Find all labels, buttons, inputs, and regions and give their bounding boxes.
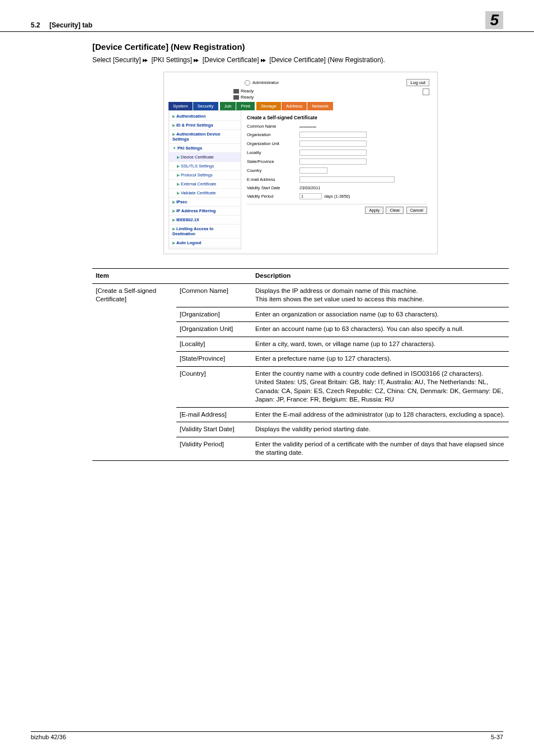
tab-job[interactable]: Job [220, 102, 236, 110]
sidebar-item-id-print[interactable]: ▶ID & Print Settings [169, 121, 241, 130]
apply-button[interactable]: Apply [365, 207, 383, 214]
sidebar-item-ipsec[interactable]: ▶IPsec [169, 198, 241, 207]
form-title: Create a Self-signed Certificate [247, 115, 427, 120]
sidebar-item-validate-cert[interactable]: ▶Validate Certificate [169, 189, 241, 198]
cell-description: Enter a prefecture name (up to 127 chara… [252, 352, 509, 367]
sidebar-item-ip-filter[interactable]: ▶IP Address Filtering [169, 207, 241, 216]
clear-button[interactable]: Clear [386, 207, 404, 214]
arrow-icon [143, 59, 149, 62]
input-email[interactable] [299, 176, 395, 183]
cell-description: Displays the validity period starting da… [252, 422, 509, 437]
sidebar-item-device-cert[interactable]: ▶Device Certificate [169, 153, 241, 162]
cell-description: Enter the country name with a country co… [252, 366, 509, 407]
label-email: E-mail Address [247, 177, 297, 182]
sidebar-item-pki[interactable]: ▼PKI Settings [169, 144, 241, 153]
sidebar-item-ext-cert[interactable]: ▶External Certificate [169, 180, 241, 189]
form-panel: Create a Self-signed Certificate Common … [241, 110, 433, 249]
input-org-unit[interactable] [299, 141, 367, 147]
label-state: State/Province [247, 159, 297, 164]
admin-indicator: Administrator [245, 80, 279, 86]
breadcrumb: Select [Security] [PKI Settings] [Device… [92, 56, 509, 64]
footer-left: bizhub 42/36 [31, 734, 66, 740]
cell-description: Enter an organization or association nam… [252, 307, 509, 322]
logout-button[interactable]: Log out [406, 79, 429, 86]
cell-sub-item: [Organization Unit] [176, 322, 252, 337]
label-period-suffix: days (1-3650) [324, 194, 350, 199]
cell-sub-item: [Locality] [176, 337, 252, 352]
cell-sub-item: [Validity Start Date] [176, 422, 252, 437]
page-header: 5.2 [Security] tab 5 [0, 0, 534, 32]
footer-right: 5-37 [491, 734, 503, 740]
header-section: 5.2 [31, 21, 40, 29]
value-common-name: ▬▬▬▬ [299, 124, 316, 129]
admin-icon [245, 80, 250, 86]
tab-address[interactable]: Address [282, 102, 307, 110]
refresh-icon[interactable] [423, 88, 429, 95]
table-row: [Create a Self-signed Certificate][Commo… [92, 283, 509, 307]
cell-sub-item: [Organization] [176, 307, 252, 322]
label-org-unit: Organization Unit [247, 141, 297, 146]
status-block: Ready Ready [233, 88, 254, 100]
header-tab: [Security] tab [49, 21, 92, 29]
label-period: Validity Period [247, 194, 297, 199]
label-common-name: Common Name [247, 124, 297, 129]
sidebar-item-protocol[interactable]: ▶Protocol Settings [169, 171, 241, 180]
sidebar-item-ssl-tls[interactable]: ▶SSL/TLS Settings [169, 162, 241, 171]
screenshot-container: Administrator Log out Ready Ready System… [92, 72, 509, 254]
tab-print[interactable]: Print [236, 102, 254, 110]
cell-sub-item: [Country] [176, 366, 252, 407]
cell-sub-item: [E-mail Address] [176, 407, 252, 422]
page-title: [Device Certificate] (New Registration) [92, 42, 509, 52]
content-area: [Device Certificate] (New Registration) … [0, 32, 534, 461]
input-organization[interactable] [299, 132, 367, 138]
description-table: Item Description [Create a Self-signed C… [92, 268, 509, 461]
cell-sub-item: [State/Province] [176, 352, 252, 367]
cell-description: Enter the validity period of a certifica… [252, 437, 509, 460]
sidebar-item-auto-logout[interactable]: ▶Auto Logout [169, 239, 241, 248]
label-locality: Locality [247, 150, 297, 155]
cell-sub-item: [Validity Period] [176, 437, 252, 460]
sidebar-item-limit-access[interactable]: ▶Limiting Access to Destination [169, 225, 241, 239]
th-item: Item [92, 269, 252, 284]
tab-bar: System Security Job Print Storage Addres… [168, 102, 433, 110]
input-country[interactable] [299, 167, 327, 174]
tab-storage[interactable]: Storage [256, 102, 281, 110]
cell-description: Enter a city, ward, town, or village nam… [252, 337, 509, 352]
label-country: Country [247, 168, 297, 173]
sidebar-item-auth-device[interactable]: ▶Authentication Device Settings [169, 130, 241, 144]
cell-description: Displays the IP address or domain name o… [252, 283, 509, 307]
cell-description: Enter an account name (up to 63 characte… [252, 322, 509, 337]
chapter-number: 5 [485, 11, 503, 29]
input-locality[interactable] [299, 150, 367, 156]
tab-system[interactable]: System [168, 102, 193, 110]
label-organization: Organization [247, 132, 297, 137]
arrow-icon [194, 59, 200, 62]
arrow-icon [261, 59, 268, 62]
input-period[interactable] [299, 193, 322, 199]
cell-group: [Create a Self-signed Certificate] [92, 283, 176, 460]
label-start-date: Validity Start Date [247, 185, 297, 190]
printer-icon [233, 95, 239, 100]
header-left: 5.2 [Security] tab [31, 21, 92, 29]
sidebar-item-authentication[interactable]: ▶Authentication [169, 112, 241, 121]
tab-security[interactable]: Security [193, 102, 218, 110]
tab-network[interactable]: Network [307, 102, 332, 110]
cell-sub-item: [Common Name] [176, 283, 252, 307]
cell-description: Enter the E-mail address of the administ… [252, 407, 509, 422]
cancel-button[interactable]: Cancel [406, 207, 427, 214]
sidebar: ▶Authentication ▶ID & Print Settings ▶Au… [168, 110, 241, 249]
screenshot: Administrator Log out Ready Ready System… [163, 72, 438, 254]
sidebar-item-ieee[interactable]: ▶IEEE802.1X [169, 216, 241, 225]
printer-icon [233, 89, 239, 94]
input-state[interactable] [299, 158, 367, 165]
th-description: Description [252, 269, 509, 284]
page-footer: bizhub 42/36 5-37 [31, 731, 503, 740]
value-start-date: 23/03/2011 [299, 185, 321, 190]
